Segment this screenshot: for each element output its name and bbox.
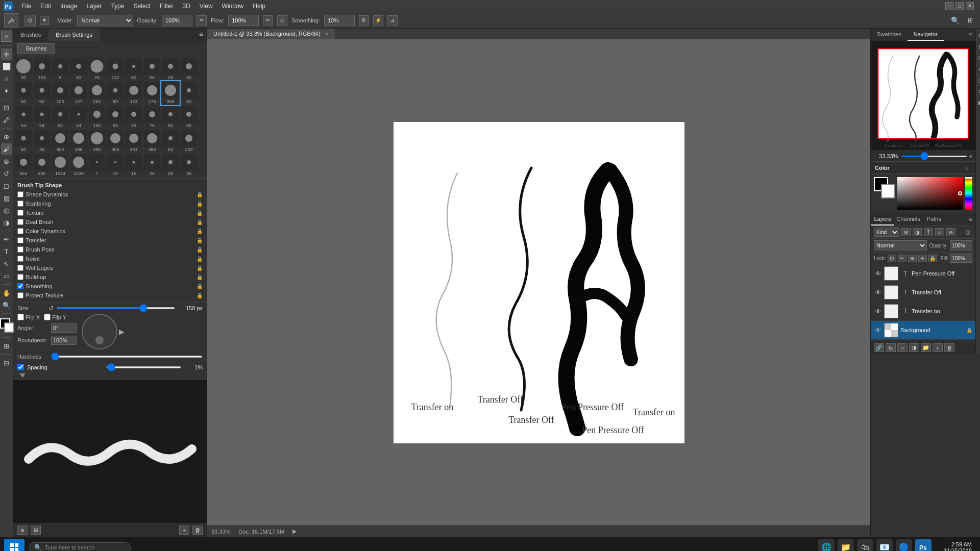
start-button[interactable]	[4, 539, 24, 552]
panel-icon-1[interactable]: ⊞	[976, 31, 980, 40]
setting-smoothing[interactable]: Smoothing 🔒	[13, 282, 207, 291]
brush-pose-label[interactable]: Brush Pose	[26, 246, 194, 253]
quick-mask-tool[interactable]: ⊞	[1, 340, 12, 352]
brush-preset-27[interactable]: 75	[143, 105, 161, 129]
setting-transfer[interactable]: Transfer 🔒	[13, 236, 207, 245]
flip-x-label[interactable]: Flip X	[17, 314, 40, 320]
brush-preset-9[interactable]: 30	[180, 57, 198, 81]
color-section-menu[interactable]: ≡	[962, 164, 971, 172]
layer-item-transfer-off[interactable]: 👁 T Transfer Off	[871, 283, 975, 302]
flip-y-label[interactable]: Flip Y	[44, 314, 66, 320]
setting-brush-tip[interactable]: Brush Tip Shape	[13, 181, 207, 190]
add-adjustment-btn[interactable]: ◑	[909, 343, 919, 352]
tab-close-icon[interactable]: ✕	[325, 31, 329, 37]
taskbar-mail-icon[interactable]: 📧	[876, 539, 893, 552]
menu-help[interactable]: Help	[249, 2, 270, 11]
zoom-tool[interactable]: 🔍	[1, 299, 12, 311]
wet-edges-label[interactable]: Wet Edges	[26, 265, 194, 271]
panel-new-icon[interactable]: +	[179, 525, 189, 535]
scattering-checkbox[interactable]	[17, 201, 23, 207]
dual-brush-label[interactable]: Dual Brush	[26, 219, 194, 225]
setting-buildup[interactable]: Build-up 🔒	[13, 272, 207, 282]
opacity-input[interactable]	[162, 15, 192, 26]
panel-icon-6[interactable]: ⊛	[976, 87, 980, 96]
lock-position-icon[interactable]: ✛	[918, 255, 927, 262]
brush-preset-7[interactable]: 50	[143, 57, 161, 81]
panel-view-icon[interactable]: ≡	[17, 525, 28, 535]
menu-layer[interactable]: Layer	[82, 2, 106, 11]
link-layers-btn[interactable]: 🔗	[874, 343, 884, 352]
lasso-tool[interactable]: ○	[1, 73, 12, 84]
move-tool[interactable]: ✛	[1, 48, 12, 60]
setting-dual-brush[interactable]: Dual Brush 🔒	[13, 217, 207, 227]
brush-preset-38[interactable]: 63	[161, 129, 180, 153]
brush-tool[interactable]: 🖌	[1, 143, 12, 155]
setting-protect-texture[interactable]: Protect Texture 🔒	[13, 291, 207, 300]
shape-tool[interactable]: ▭	[1, 270, 12, 282]
brush-preset-2[interactable]: 8	[51, 57, 69, 81]
taskbar-edge-icon[interactable]: 🌐	[818, 539, 835, 552]
roundness-input[interactable]	[51, 336, 77, 345]
brush-preset-39[interactable]: 233	[180, 129, 198, 153]
brush-preset-4[interactable]: 25	[88, 57, 106, 81]
flip-y-checkbox[interactable]	[44, 314, 51, 320]
maximize-button[interactable]: □	[955, 2, 964, 10]
setting-shape-dynamics[interactable]: Shape Dynamics 🔒	[13, 190, 207, 199]
taskbar-chrome-icon[interactable]: 🔵	[896, 539, 912, 552]
brush-preset-29[interactable]: 85	[180, 105, 198, 129]
scattering-label[interactable]: Scattering	[26, 201, 194, 207]
blur-tool[interactable]: ◍	[1, 205, 12, 216]
brush-preset-10[interactable]: 50	[14, 81, 33, 105]
setting-color-dynamics[interactable]: Color Dynamics 🔒	[13, 227, 207, 236]
filter-adjust-icon[interactable]: ◑	[913, 228, 922, 236]
setting-noise[interactable]: Noise 🔒	[13, 254, 207, 263]
brush-preset-34[interactable]: 495	[88, 129, 106, 153]
brush-options-icon[interactable]: ▼	[40, 16, 49, 25]
brush-tip-label[interactable]: Brush Tip Shape	[17, 182, 203, 188]
setting-texture[interactable]: Texture 🔒	[13, 208, 207, 217]
minimize-button[interactable]: ─	[945, 2, 953, 10]
layer-visibility-transfer-off[interactable]: 👁	[874, 288, 882, 296]
panel-delete-icon[interactable]: 🗑	[192, 525, 203, 535]
brush-preset-33[interactable]: 488	[69, 129, 88, 153]
home-button[interactable]: ⌂	[1, 31, 12, 42]
filter-pixel-icon[interactable]: ⊞	[901, 228, 911, 236]
transfer-label[interactable]: Transfer	[26, 237, 194, 243]
zoom-slider[interactable]	[901, 156, 967, 157]
brushes-button[interactable]: Brushes	[17, 43, 55, 54]
transfer-checkbox[interactable]	[17, 237, 23, 243]
protect-texture-label[interactable]: Protect Texture	[26, 292, 194, 298]
brush-preset-3[interactable]: 10	[69, 57, 88, 81]
tab-paths[interactable]: Paths	[922, 213, 946, 226]
layer-item-pen-pressure-off[interactable]: 👁 T Pen Pressure Off	[871, 264, 975, 283]
crop-tool[interactable]: ⊡	[1, 102, 12, 113]
brush-preset-5[interactable]: 112	[106, 57, 125, 81]
layers-panel-menu[interactable]: ≡	[965, 213, 975, 226]
lock-image-icon[interactable]: ✏	[898, 255, 906, 262]
brush-preset-23[interactable]: 24	[69, 105, 88, 129]
tab-layers[interactable]: Layers	[871, 213, 894, 226]
flow-input[interactable]	[228, 15, 259, 26]
setting-scattering[interactable]: Scattering 🔒	[13, 199, 207, 208]
layer-opacity-input[interactable]	[950, 240, 972, 251]
filter-toggle-icon[interactable]: ◎	[963, 228, 972, 236]
layer-visibility-background[interactable]: 👁	[874, 326, 882, 334]
layer-item-background[interactable]: 👁 Background 🔒	[871, 321, 975, 340]
hue-slider[interactable]	[965, 177, 972, 210]
brush-preset-25[interactable]: 95	[106, 105, 125, 129]
screen-mode-button[interactable]: ⊟	[1, 357, 12, 368]
spacing-checkbox[interactable]	[17, 364, 24, 370]
search-icon[interactable]: 🔍	[949, 15, 961, 26]
spot-heal-tool[interactable]: ⊕	[1, 131, 12, 142]
buildup-checkbox[interactable]	[17, 274, 23, 280]
brush-preset-22[interactable]: 54	[51, 105, 69, 129]
brush-preset-12[interactable]: 100	[51, 81, 69, 105]
tab-navigator[interactable]: Navigator	[908, 29, 944, 41]
mode-select[interactable]: Normal	[77, 15, 133, 26]
setting-wet-edges[interactable]: Wet Edges 🔒	[13, 263, 207, 272]
workspace-icon[interactable]: ⊞	[965, 15, 976, 26]
eraser-tool[interactable]: ◻	[1, 180, 12, 191]
layers-kind-select[interactable]: Kind	[874, 228, 899, 237]
filter-type-icon[interactable]: T	[924, 228, 933, 236]
brush-preset-11[interactable]: 60	[33, 81, 51, 105]
